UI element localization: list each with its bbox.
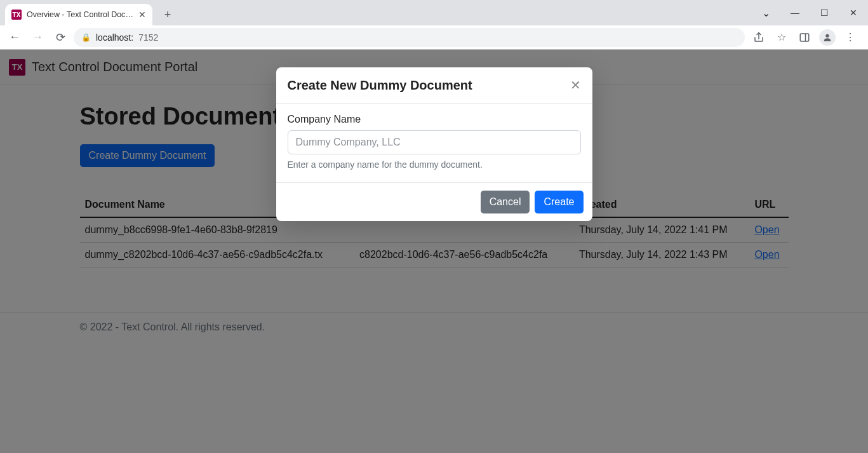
- svg-point-3: [825, 34, 829, 37]
- cancel-button[interactable]: Cancel: [481, 191, 530, 213]
- kebab-menu-icon[interactable]: ⋮: [840, 27, 860, 48]
- profile-avatar[interactable]: [817, 27, 838, 48]
- modal-header: Create New Dummy Document ✕: [276, 67, 592, 104]
- create-document-modal: Create New Dummy Document ✕ Company Name…: [276, 67, 592, 221]
- back-button[interactable]: ←: [5, 28, 24, 47]
- company-name-hint: Enter a company name for the dummy docum…: [288, 159, 581, 170]
- tab-title: Overview - Text Control Document Portal: [27, 10, 133, 19]
- close-tab-icon[interactable]: ✕: [138, 10, 146, 20]
- browser-tab[interactable]: TX Overview - Text Control Document Port…: [5, 4, 152, 25]
- side-panel-icon[interactable]: [794, 27, 815, 48]
- lock-icon: 🔒: [81, 33, 91, 42]
- maximize-icon[interactable]: ☐: [810, 0, 839, 25]
- close-window-icon[interactable]: ✕: [839, 0, 868, 25]
- svg-rect-1: [800, 34, 809, 41]
- chevron-down-icon[interactable]: ⌄: [751, 0, 780, 25]
- toolbar-right: ☆ ⋮: [749, 27, 863, 48]
- modal-overlay[interactable]: Create New Dummy Document ✕ Company Name…: [0, 50, 868, 453]
- address-bar: ← → ⟳ 🔒 localhost:7152 ☆ ⋮: [0, 25, 868, 50]
- new-tab-button[interactable]: +: [159, 6, 177, 24]
- share-icon[interactable]: [749, 27, 769, 48]
- reload-button[interactable]: ⟳: [51, 28, 70, 47]
- titlebar: TX Overview - Text Control Document Port…: [0, 0, 868, 25]
- forward-button[interactable]: →: [28, 28, 47, 47]
- favicon: TX: [11, 10, 22, 20]
- minimize-icon[interactable]: ―: [780, 0, 810, 25]
- browser-frame: TX Overview - Text Control Document Port…: [0, 0, 868, 453]
- modal-body: Company Name Enter a company name for th…: [276, 104, 592, 182]
- modal-close-icon[interactable]: ✕: [570, 78, 581, 93]
- url-host: localhost:: [96, 32, 133, 43]
- omnibox[interactable]: 🔒 localhost:7152: [74, 28, 745, 47]
- modal-footer: Cancel Create: [276, 182, 592, 221]
- company-name-label: Company Name: [288, 114, 581, 125]
- create-button[interactable]: Create: [535, 191, 583, 213]
- modal-title: Create New Dummy Document: [288, 78, 472, 93]
- bookmark-star-icon[interactable]: ☆: [771, 27, 792, 48]
- window-controls: ⌄ ― ☐ ✕: [751, 0, 868, 25]
- url-port: 7152: [138, 32, 158, 43]
- viewport: TX Text Control Document Portal Stored D…: [0, 50, 868, 453]
- company-name-input[interactable]: [288, 130, 581, 154]
